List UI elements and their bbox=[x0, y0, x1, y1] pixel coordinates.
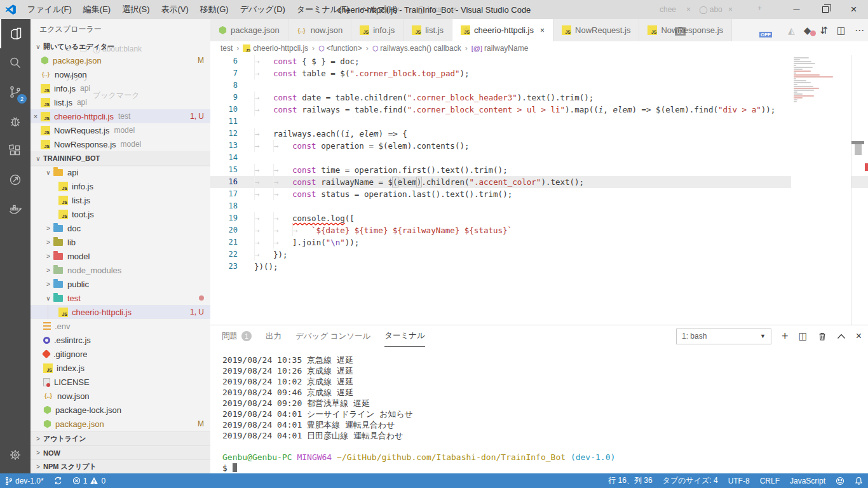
open-editor-item[interactable]: ×cheerio-httpcli.jstest1, U bbox=[31, 109, 210, 123]
activity-search[interactable] bbox=[0, 48, 31, 78]
code-line[interactable]: 21→→].join("\n")); bbox=[210, 236, 868, 248]
breadcrumb-item[interactable]: cheerio-httpcli.js bbox=[243, 44, 308, 53]
tree-item[interactable]: >lib bbox=[31, 235, 210, 249]
terminal[interactable]: 2019/08/24 10:35 京急線 遅延2019/08/24 10:26 … bbox=[210, 347, 868, 473]
code-line[interactable]: 19→→console.log([ bbox=[210, 212, 868, 224]
git-branch-status[interactable]: dev-1.0* bbox=[0, 473, 49, 488]
breadcrumb-item[interactable]: test bbox=[220, 44, 233, 53]
cursor-position-status[interactable]: 行 16、列 36 bbox=[603, 473, 657, 488]
tree-item[interactable]: .env bbox=[31, 319, 210, 333]
sidebar-section-NOW[interactable]: >NOW bbox=[31, 445, 210, 459]
open-editor-item[interactable]: now.json bbox=[31, 67, 210, 81]
tree-item[interactable]: >public bbox=[31, 277, 210, 291]
panel-tab-問題[interactable]: 問題1 bbox=[222, 325, 252, 347]
tree-item[interactable]: ∨api bbox=[31, 165, 210, 179]
activity-debug[interactable] bbox=[0, 107, 31, 136]
code-line[interactable]: 20→→→`${date} ${time} ${railwayName} ${s… bbox=[210, 224, 868, 236]
indentation-status[interactable]: タブのサイズ: 4 bbox=[658, 473, 723, 488]
code-line[interactable]: 13→→const operation = $(elem).contents()… bbox=[210, 140, 868, 152]
panel-tab-デバッグ コンソール[interactable]: デバッグ コンソール bbox=[295, 325, 370, 347]
notifications-bell[interactable] bbox=[850, 473, 868, 488]
split-editor-icon[interactable]: ◫ bbox=[837, 25, 846, 36]
code-line[interactable]: 9→const date = table.children(".corner_b… bbox=[210, 92, 868, 104]
tab-NowResponse.js[interactable]: NowResponse.js bbox=[639, 19, 732, 41]
split-terminal-button[interactable]: ◫ bbox=[798, 330, 807, 342]
menu-item[interactable]: 表示(V) bbox=[156, 0, 194, 19]
menu-item[interactable]: デバッグ(D) bbox=[234, 0, 291, 19]
tree-item[interactable]: LICENSE bbox=[31, 375, 210, 389]
activity-live-server[interactable] bbox=[0, 165, 31, 194]
minimap[interactable] bbox=[791, 55, 851, 325]
code-line[interactable]: 11 bbox=[210, 116, 868, 128]
close-button[interactable]: × bbox=[839, 0, 868, 19]
breadcrumb-item[interactable]: [@]railwayName bbox=[471, 44, 529, 53]
code-editor[interactable]: 6→const { $ } = doc;7→const table = $(".… bbox=[210, 55, 868, 325]
tree-item[interactable]: .gitignore bbox=[31, 347, 210, 361]
open-editor-item[interactable]: list.jsapi bbox=[31, 95, 210, 109]
code-line[interactable]: 10→const railways = table.find(".corner_… bbox=[210, 104, 868, 116]
minimize-button[interactable]: ─ bbox=[782, 0, 811, 19]
code-line[interactable]: 12→railways.each((i, elem) => { bbox=[210, 128, 868, 140]
tree-item[interactable]: package-lock.json bbox=[31, 403, 210, 417]
menu-item[interactable]: 選択(S) bbox=[116, 0, 155, 19]
tab-NowRequest.js[interactable]: NowRequest.js bbox=[553, 19, 639, 41]
activity-explorer[interactable] bbox=[0, 19, 31, 48]
eol-status[interactable]: CRLF bbox=[755, 473, 785, 488]
terminal-select[interactable]: 1: bash ▼ bbox=[676, 329, 771, 344]
code-line[interactable]: 14 bbox=[210, 152, 868, 164]
open-editors-header[interactable]: ∨ 開いているエディター bbox=[31, 39, 210, 53]
tree-item[interactable]: .eslintrc.js bbox=[31, 333, 210, 347]
tree-item[interactable]: >doc bbox=[31, 221, 210, 235]
language-mode-status[interactable]: JavaScript bbox=[785, 473, 831, 488]
kill-terminal-button[interactable] bbox=[818, 332, 827, 341]
breadcrumb-item[interactable]: ⬡<function> bbox=[318, 44, 362, 53]
new-terminal-button[interactable]: + bbox=[782, 330, 789, 343]
tree-item[interactable]: info.js bbox=[31, 179, 210, 193]
open-editor-item[interactable]: package.jsonM bbox=[31, 53, 210, 67]
tab-cheerio-httpcli.js[interactable]: cheerio-httpcli.js× bbox=[452, 19, 553, 41]
open-editor-item[interactable]: info.jsapi bbox=[31, 81, 210, 95]
code-line[interactable]: 18 bbox=[210, 200, 868, 212]
sidebar-section-NPM スクリプト[interactable]: >NPM スクリプト bbox=[31, 459, 210, 473]
feedback-smiley[interactable] bbox=[831, 473, 850, 488]
breadcrumb-item[interactable]: ⬡railways.each() callback bbox=[372, 44, 461, 53]
menu-item[interactable]: ファイル(F) bbox=[22, 0, 78, 19]
tree-item[interactable]: list.js bbox=[31, 193, 210, 207]
scrollbar-thumb[interactable] bbox=[855, 144, 862, 155]
maximize-panel-button[interactable] bbox=[837, 334, 846, 339]
tree-item[interactable]: package.jsonM bbox=[31, 417, 210, 431]
code-line[interactable]: 17→→const status = operation.last().text… bbox=[210, 188, 868, 200]
tab-package.json[interactable]: package.json bbox=[210, 19, 288, 41]
activity-source-control[interactable]: 2 bbox=[0, 78, 31, 107]
code-line[interactable]: 16→→const railwayName = $(elem).children… bbox=[210, 176, 868, 188]
panel-tab-ターミナル[interactable]: ターミナル bbox=[384, 325, 425, 347]
tree-item[interactable]: now.json bbox=[31, 389, 210, 403]
tree-item[interactable]: toot.js bbox=[31, 207, 210, 221]
compare-changes-icon[interactable]: ⇵ bbox=[820, 25, 828, 36]
panel-tab-出力[interactable]: 出力 bbox=[266, 325, 281, 347]
close-panel-button[interactable]: × bbox=[856, 330, 862, 342]
tree-item[interactable]: ∨test bbox=[31, 291, 210, 305]
encoding-status[interactable]: UTF-8 bbox=[723, 473, 755, 488]
tree-item[interactable]: cheerio-httpcli.js1, U bbox=[31, 305, 210, 319]
sync-status[interactable] bbox=[49, 473, 67, 488]
menu-item[interactable]: 移動(G) bbox=[194, 0, 234, 19]
code-line[interactable]: 6→const { $ } = doc; bbox=[210, 55, 868, 67]
close-icon[interactable]: × bbox=[540, 26, 545, 35]
tree-item[interactable]: >model bbox=[31, 249, 210, 263]
open-editor-item[interactable]: NowResponse.jsmodel bbox=[31, 137, 210, 151]
tree-root-header[interactable]: ∨ TRAININFO_BOT bbox=[31, 151, 210, 165]
problems-status[interactable]: 1 0 bbox=[67, 473, 111, 488]
terminal-input-line[interactable]: $ bbox=[222, 463, 868, 473]
more-actions-icon[interactable]: ⋯ bbox=[855, 25, 864, 36]
tab-list.js[interactable]: list.js bbox=[403, 19, 452, 41]
activity-settings[interactable] bbox=[0, 440, 31, 470]
code-line[interactable]: 15→→const time = operation.first().text(… bbox=[210, 164, 868, 176]
tree-item[interactable]: index.js bbox=[31, 361, 210, 375]
menu-item[interactable]: 編集(E) bbox=[78, 0, 116, 19]
activity-extensions[interactable] bbox=[0, 136, 31, 165]
tree-item[interactable]: >node_modules bbox=[31, 263, 210, 277]
close-icon[interactable]: × bbox=[31, 112, 41, 120]
activity-docker[interactable] bbox=[0, 194, 31, 224]
code-line[interactable]: 8 bbox=[210, 79, 868, 92]
